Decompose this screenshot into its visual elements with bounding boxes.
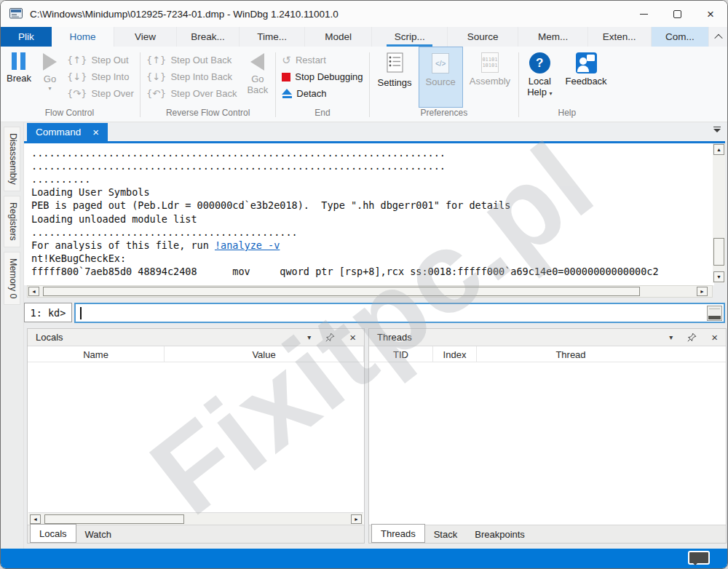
tab-model[interactable]: Model xyxy=(305,27,373,47)
command-output: ........................................… xyxy=(24,143,714,285)
autohide-arrow-icon xyxy=(713,129,721,132)
restart-label: Restart xyxy=(296,55,326,65)
column-header-tid[interactable]: TID xyxy=(369,346,433,362)
tab-memory[interactable]: Mem... xyxy=(518,27,588,47)
close-panel-icon[interactable]: × xyxy=(349,331,356,343)
horizontal-scroll-thumb[interactable] xyxy=(43,287,640,296)
tab-disassembly[interactable]: Disassembly xyxy=(4,127,20,191)
scroll-down-button[interactable]: ▼ xyxy=(713,271,724,282)
threads-header: Threads ▾ × xyxy=(369,329,726,346)
tab-file[interactable]: Plik xyxy=(1,27,52,47)
step-over-back-icon: {↶} xyxy=(146,88,166,99)
autohide-icon xyxy=(713,127,721,127)
feedback-bubble-icon[interactable] xyxy=(688,551,710,565)
locals-header: Locals ▾ × xyxy=(28,329,364,346)
scroll-left-button[interactable]: ◄ xyxy=(30,514,41,524)
scroll-left-button[interactable]: ◄ xyxy=(28,287,39,296)
ribbon: Break Go ▾ {↑}Step Out {↓}Step Into {↷}S… xyxy=(1,47,727,122)
go-button[interactable]: Go ▾ xyxy=(37,47,63,92)
tab-scripting[interactable]: Scrip... xyxy=(372,27,447,47)
tab-source[interactable]: Source xyxy=(448,27,519,47)
panel-menu-caret-icon[interactable]: ▾ xyxy=(669,333,673,341)
output-horizontal-scrollbar[interactable]: ◄ ► xyxy=(27,285,713,298)
tab-extensions-label: Exten... xyxy=(603,31,636,42)
maximize-button[interactable] xyxy=(660,1,694,27)
step-out-button[interactable]: {↑}Step Out xyxy=(67,53,134,67)
scroll-right-button[interactable]: ► xyxy=(351,514,362,524)
local-help-label-2: Help xyxy=(527,87,547,98)
step-out-back-icon: {↑} xyxy=(146,55,166,65)
restart-button[interactable]: ↺Restart xyxy=(282,53,363,67)
tab-breakpoints[interactable]: Break... xyxy=(177,27,240,47)
tab-threads[interactable]: Threads xyxy=(371,524,425,543)
tab-watch[interactable]: Watch xyxy=(76,525,120,543)
step-over-button[interactable]: {↷}Step Over xyxy=(67,87,134,100)
local-help-label-1: Local xyxy=(529,76,551,87)
tab-timeline-label: Time... xyxy=(257,31,287,42)
close-button[interactable]: × xyxy=(694,1,727,27)
command-tab[interactable]: Command × xyxy=(27,123,108,141)
step-over-back-button[interactable]: {↶}Step Over Back xyxy=(146,87,237,100)
tab-breakpoints-bottom[interactable]: Breakpoints xyxy=(466,525,534,543)
settings-label: Settings xyxy=(378,77,412,88)
feedback-button[interactable]: Feedback xyxy=(559,47,614,87)
go-back-button[interactable]: Go Back xyxy=(241,47,274,95)
ribbon-collapse-button[interactable] xyxy=(709,27,727,47)
scroll-right-button[interactable]: ► xyxy=(697,287,708,296)
step-into-back-button[interactable]: {↓}Step Into Back xyxy=(146,70,237,84)
group-label-reverse-flow: Reverse Flow Control xyxy=(142,108,274,122)
panel-menu-button[interactable] xyxy=(712,127,722,132)
step-over-icon: {↷} xyxy=(67,88,87,99)
chevron-down-icon: ▾ xyxy=(48,85,51,92)
column-header-value[interactable]: Value xyxy=(165,346,364,362)
panel-menu-caret-icon[interactable]: ▾ xyxy=(307,333,311,341)
minimize-button[interactable] xyxy=(627,1,660,27)
tab-extensions[interactable]: Exten... xyxy=(588,27,652,47)
step-out-back-button[interactable]: {↑}Step Out Back xyxy=(146,53,237,67)
output-line: For analysis of this file, run !analyze … xyxy=(31,239,280,251)
tab-stack[interactable]: Stack xyxy=(425,525,467,543)
group-divider xyxy=(275,52,276,117)
settings-button[interactable]: Settings xyxy=(371,47,419,88)
tab-command[interactable]: Com... xyxy=(652,27,710,47)
pause-icon xyxy=(12,52,25,71)
input-scrollbar[interactable] xyxy=(707,306,722,321)
tab-locals[interactable]: Locals xyxy=(30,524,76,543)
pin-icon[interactable] xyxy=(687,333,697,342)
detach-button[interactable]: Detach xyxy=(282,87,363,100)
tab-home[interactable]: Home xyxy=(52,27,115,47)
analyze-link[interactable]: !analyze -v xyxy=(215,239,280,251)
tab-memory-0[interactable]: Memory 0 xyxy=(4,252,20,306)
assembly-mode-button[interactable]: 0110110101 Assembly xyxy=(463,47,517,87)
column-header-name[interactable]: Name xyxy=(28,346,165,362)
column-header-thread[interactable]: Thread xyxy=(477,346,665,362)
output-vertical-scrollbar[interactable]: ▲ ▼ xyxy=(713,143,725,283)
step-into-button[interactable]: {↓}Step Into xyxy=(67,70,134,84)
close-tab-icon[interactable]: × xyxy=(92,127,99,138)
locals-horizontal-scrollbar[interactable]: ◄ ► xyxy=(28,512,363,525)
stop-debugging-button[interactable]: Stop Debugging xyxy=(282,70,363,84)
local-help-button[interactable]: ? Local Help ▾ xyxy=(521,47,558,99)
tab-timeline[interactable]: Time... xyxy=(240,27,305,47)
column-header-index[interactable]: Index xyxy=(433,346,477,362)
source-mode-button[interactable]: </> Source xyxy=(419,47,463,108)
command-input[interactable] xyxy=(74,303,725,323)
close-panel-icon[interactable]: × xyxy=(711,331,718,343)
source-code-icon: </> xyxy=(432,53,449,73)
tab-view[interactable]: View xyxy=(114,27,177,47)
maximize-icon xyxy=(673,10,681,18)
scroll-up-button[interactable]: ▲ xyxy=(713,144,724,155)
locals-panel: Locals ▾ × Name Value ◄ ► Locals Watch xyxy=(27,328,365,544)
group-label-flow-control: Flow Control xyxy=(1,108,138,122)
locals-scroll-thumb[interactable] xyxy=(44,514,184,524)
assembly-mode-label: Assembly xyxy=(470,76,510,87)
go-back-label-2: Back xyxy=(247,84,268,95)
tab-source-label: Source xyxy=(467,31,499,42)
analysis-line-prefix: For analysis of this file, run xyxy=(31,239,215,251)
question-mark-icon: ? xyxy=(529,52,550,73)
vertical-scroll-thumb[interactable] xyxy=(713,238,724,266)
pin-icon[interactable] xyxy=(325,333,335,342)
tab-breakpoints-label: Break... xyxy=(191,31,225,42)
break-button[interactable]: Break xyxy=(1,47,37,84)
tab-registers[interactable]: Registers xyxy=(4,196,20,247)
